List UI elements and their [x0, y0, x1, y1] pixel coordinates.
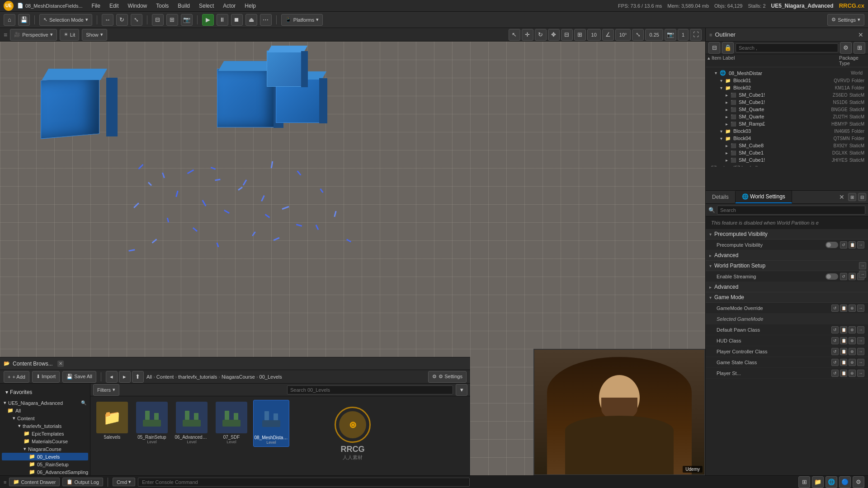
dp-r3[interactable]: ⊕ [849, 326, 856, 333]
world-settings-tab[interactable]: 🌐 World Settings [736, 191, 792, 203]
sidebar-06-adv[interactable]: 📁 06_AdvancedSampling [2, 468, 88, 476]
rotation-snap-btn[interactable]: 10° [615, 29, 631, 41]
show-btn[interactable]: Show ▾ [82, 29, 107, 41]
menu-select[interactable]: Select [195, 2, 217, 10]
sidebar-05-rain[interactable]: 📁 05_RainSetup [2, 460, 88, 468]
tree-smcube-d[interactable]: ▸ ⬛ SM_Cube1 DGLXK StaticM [708, 149, 866, 156]
section-advanced-2[interactable]: ▸ Advanced [706, 282, 868, 292]
breadcrumb-levels[interactable]: 00_Levels [259, 374, 282, 380]
vp-move-btn[interactable]: ✥ [548, 29, 560, 41]
tree-smcube1[interactable]: ▸ ⬛ SM_Cube1! ZS6EO StaticM [708, 91, 866, 99]
taskbar-icon-2[interactable]: 📁 [812, 476, 824, 488]
taskbar-icon-3[interactable]: 🌐 [826, 476, 837, 488]
sidebar-niagara[interactable]: ▾ NiagaraCourse [2, 445, 88, 453]
save-all-btn[interactable]: 💾 Save All [62, 371, 96, 383]
tree-smquarte1[interactable]: ▸ ⬛ SM_Quarte BNGGE StaticM [708, 106, 866, 113]
selection-mode-btn[interactable]: ↖ Selection Mode ▾ [39, 14, 92, 26]
add-btn[interactable]: + + Add [4, 371, 29, 383]
gm-r4[interactable]: → [857, 305, 864, 312]
outliner-lock-btn[interactable]: 🔒 [722, 42, 734, 54]
precompute-toggle[interactable] [826, 242, 838, 248]
gm-r1[interactable]: ↺ [831, 305, 839, 312]
scale-snap-btn[interactable]: 0.25 [645, 29, 663, 41]
menu-tools[interactable]: Tools [152, 2, 172, 10]
content-browser-close[interactable]: ✕ [57, 361, 64, 367]
tree-block01[interactable]: ▾ 📁 Block01 QVRVD Folder [708, 77, 866, 84]
vp-scale-icon[interactable]: ⤡ [632, 29, 644, 41]
hud-r1[interactable]: ↺ [831, 337, 839, 344]
dp-r4[interactable]: → [857, 326, 864, 333]
content-item-08[interactable]: 08_MeshDistanceFields... Level [253, 400, 289, 447]
nav-up-btn[interactable]: ⬆ [132, 371, 144, 383]
vp-maximize-btn[interactable]: ⛶ [690, 29, 702, 41]
vp-snap-btn[interactable]: ⊟ [561, 29, 573, 41]
gm-r3[interactable]: ⊕ [849, 305, 856, 312]
camera-speed-val[interactable]: 1 [678, 29, 689, 41]
console-input[interactable] [138, 478, 469, 487]
section-advanced-1[interactable]: ▸ Advanced [706, 250, 868, 261]
viewport-menu-icon[interactable]: ≡ [4, 31, 7, 38]
vp-grid-btn[interactable]: ⊞ [574, 29, 586, 41]
tree-smcube2[interactable]: ▸ ⬛ SM_Cube1! NS1D6 StaticM [708, 99, 866, 106]
details-tab[interactable]: Details [706, 191, 736, 203]
tree-smquarte2[interactable]: ▸ ⬛ SM_Quarte ZU2TH StaticM [708, 113, 866, 120]
ps-r3[interactable]: ⊕ [849, 370, 856, 377]
hud-r4[interactable]: → [857, 337, 864, 344]
gs-r4[interactable]: → [857, 359, 864, 366]
details-filter-btn[interactable]: ⊟ [858, 193, 866, 201]
search-ue5-btn[interactable]: 🔍 [81, 400, 86, 405]
vp-plus-btn[interactable]: ✛ [522, 29, 533, 41]
outliner-options-btn[interactable]: ⊞ [854, 42, 865, 54]
play-btn[interactable]: ▶ [202, 14, 214, 26]
gs-r3[interactable]: ⊕ [849, 359, 856, 366]
vp-arrow-btn[interactable]: ↖ [509, 29, 520, 41]
arrow-right-icon[interactable]: → [857, 241, 864, 249]
tree-block03[interactable]: ▾ 📁 Block03 IN46l65 Folder [708, 127, 866, 135]
settings-btn[interactable]: ⚙ Settings ▾ [827, 14, 864, 26]
outliner-close-btn[interactable]: ✕ [857, 31, 864, 38]
breadcrumb-tharlevfx[interactable]: tharlevfx_tutorials [178, 374, 217, 380]
outliner-settings-btn[interactable]: ⚙ [840, 42, 852, 54]
content-search-input[interactable] [287, 385, 453, 394]
nav-forward-btn[interactable]: ▸ [119, 371, 131, 383]
menu-file[interactable]: File [88, 2, 104, 10]
hud-r3[interactable]: ⊕ [849, 337, 856, 344]
details-grid-btn[interactable]: ⊞ [848, 193, 856, 201]
tree-block02[interactable]: ▾ 📁 Block02 KM11A Folder [708, 84, 866, 91]
sidebar-materials[interactable]: 📁 MaterialsCourse [2, 437, 88, 445]
sidebar-epic[interactable]: 📁 EpicTemplates [2, 430, 88, 437]
section-world-partition[interactable]: ▾ World Partition Setup [706, 261, 868, 271]
tree-smcube-j[interactable]: ▸ ⬛ SM_Cube1! JHIYES StaticM [708, 156, 866, 164]
outliner-search-input[interactable] [736, 43, 838, 52]
tree-item-root[interactable]: ▾ 🌐 08_MeshDistar World [708, 69, 866, 77]
content-item-07[interactable]: 07_SDF Level [213, 400, 250, 447]
output-log-btn[interactable]: 📋 Output Log [62, 478, 103, 486]
camera-speed-btn[interactable]: 📷 [181, 14, 193, 26]
s-reset-btn[interactable]: ↺ [840, 273, 847, 280]
side-arrow-2[interactable]: → [859, 271, 866, 278]
taskbar-icon-5[interactable]: ⚙ [853, 476, 864, 488]
section-precomputed[interactable]: ▾ Precomputed Visibility [706, 229, 868, 239]
hud-r2[interactable]: 📋 [840, 337, 847, 344]
transform-rotate-btn[interactable]: ↻ [116, 14, 128, 26]
content-drawer-btn[interactable]: 📁 Content Drawer [9, 478, 60, 486]
outliner-filter-btn[interactable]: ⊟ [708, 42, 720, 54]
content-item-05[interactable]: 05_RainSetup Level [134, 400, 170, 447]
streaming-toggle[interactable] [826, 273, 838, 280]
stop-btn[interactable]: ⏹ [231, 14, 243, 26]
gs-r2[interactable]: 📋 [840, 359, 847, 366]
tree-smramp[interactable]: ▸ ⬛ SM_Ramp£ HBMYP StaticM [708, 120, 866, 127]
vp-angle-btn[interactable]: ∠ [602, 29, 614, 41]
filters-btn[interactable]: Filters ▾ [93, 384, 119, 396]
bottom-menu-icon[interactable]: ≡ [4, 479, 6, 485]
lit-btn[interactable]: ☀ Lit [60, 29, 80, 41]
breadcrumb-niagara[interactable]: NiagaraCourse [222, 374, 255, 380]
pc-r3[interactable]: ⊕ [849, 348, 856, 355]
favorites-header[interactable]: ▾ Favorites [5, 387, 85, 397]
tree-block04[interactable]: ▾ 📁 Block04 QTSMN Folder [708, 135, 866, 142]
nav-back-btn[interactable]: ◂ [106, 371, 118, 383]
import-btn[interactable]: ⬇ Import [32, 371, 60, 383]
toolbar-home-btn[interactable]: ⌂ [4, 14, 15, 26]
dp-r1[interactable]: ↺ [831, 326, 839, 333]
side-arrow-1[interactable]: → [859, 262, 866, 269]
